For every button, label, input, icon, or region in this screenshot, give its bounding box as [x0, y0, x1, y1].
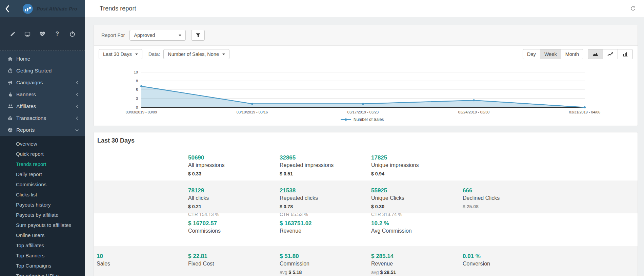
- sidebar-item-label: Payouts by affiliate: [16, 212, 59, 218]
- site-preview-button[interactable]: [24, 30, 31, 38]
- stat-label: Sales: [97, 261, 188, 267]
- week-button[interactable]: Week: [540, 49, 561, 59]
- sidebar-item-label: Reports: [16, 127, 75, 133]
- sidebar-item-quick-report[interactable]: Quick report: [0, 149, 85, 159]
- stat-revenue-per-sale: $ 285.14 Revenue avg $ 28.51: [371, 253, 463, 276]
- stat-money: $ 0.51: [280, 171, 371, 176]
- sidebar: Post Affiliate Pro Home Getting Started …: [0, 0, 85, 276]
- sidebar-item-commissions[interactable]: Commissions: [0, 179, 85, 189]
- stat-declined-clicks: 666 Declined Clicks $ 25.08: [463, 187, 554, 217]
- trends-report-page: { "brand": { "name": "Post Affiliate Pro…: [0, 0, 644, 276]
- sidebar-header: Post Affiliate Pro: [0, 0, 85, 17]
- sidebar-item-sum-payouts-to-affiliates[interactable]: Sum payouts to affiliates: [0, 220, 85, 230]
- revenue-row: $ 16702.57 Commissions $ 163751.02 Reven…: [94, 213, 638, 246]
- stat-value: 10.2 %: [371, 220, 463, 227]
- sidebar-item-campaigns[interactable]: Campaigns: [0, 77, 85, 88]
- svg-text:10: 10: [134, 70, 138, 74]
- trends-chart-svg: 10853003/03/2019 - 03/0903/10/2019 - 03/…: [113, 68, 621, 124]
- sidebar-item-label: Online users: [16, 232, 44, 238]
- caret-down-icon: [135, 54, 138, 55]
- report-filter-bar: Report For Approved: [94, 25, 638, 46]
- sidebar-item-banners[interactable]: Banners: [0, 88, 85, 100]
- sidebar-item-top-banners[interactable]: Top Banners: [0, 250, 85, 260]
- sidebar-item-affiliates[interactable]: Affiliates: [0, 100, 85, 112]
- logout-button[interactable]: [68, 30, 76, 38]
- svg-text:0: 0: [136, 105, 138, 109]
- stat-ctr: CTR 65.53 %: [280, 212, 371, 217]
- stopwatch-icon: [7, 68, 13, 73]
- chevron-down-icon: [75, 128, 79, 132]
- stat-label: Avg Commission: [371, 228, 463, 234]
- area-chart-icon: [592, 52, 599, 57]
- top-header: Trends report: [85, 0, 644, 17]
- users-icon: [7, 104, 13, 109]
- sidebar-item-label: Daily report: [16, 171, 42, 177]
- stat-label: Revenue: [280, 228, 371, 234]
- data-series-select[interactable]: Number of Sales, None: [163, 49, 229, 59]
- day-button[interactable]: Day: [523, 49, 540, 59]
- sidebar-item-label: Home: [16, 56, 79, 62]
- stat-label: Repeated clicks: [280, 195, 371, 201]
- sidebar-item-transactions[interactable]: Transactions: [0, 112, 85, 124]
- sidebar-item-label: Top Banners: [16, 253, 44, 258]
- report-for-value: Approved: [134, 33, 155, 38]
- sidebar-item-trends-report[interactable]: Trends report: [0, 159, 85, 169]
- sidebar-item-home[interactable]: Home: [0, 53, 85, 65]
- sidebar-item-clicks-list[interactable]: Clicks list: [0, 189, 85, 199]
- sidebar-item-online-users[interactable]: Online users: [0, 230, 85, 240]
- report-for-select[interactable]: Approved: [129, 30, 186, 41]
- chevron-left-icon: [75, 81, 79, 85]
- area-chart-button[interactable]: [588, 49, 603, 59]
- stat-ctr: CTR 154.13 %: [188, 212, 280, 217]
- date-range-value: Last 30 Days: [103, 51, 132, 57]
- svg-text:03/10/2019 - 03/16: 03/10/2019 - 03/16: [237, 110, 268, 114]
- help-button[interactable]: [54, 30, 61, 38]
- sidebar-item-top-campaigns[interactable]: Top Campaigns: [0, 260, 85, 271]
- sidebar-item-label: Banners: [16, 91, 75, 98]
- brand-name: Post Affiliate Pro: [37, 6, 77, 12]
- sidebar-item-payouts-by-affiliate[interactable]: Payouts by affiliate: [0, 210, 85, 220]
- page-title: Trends report: [100, 5, 629, 12]
- data-series-value: Number of Sales, None: [168, 51, 219, 57]
- bar-chart-button[interactable]: [618, 49, 633, 59]
- month-button[interactable]: Month: [561, 49, 583, 59]
- sidebar-item-label: Top Campaigns: [16, 263, 51, 269]
- sidebar-item-top-affiliates[interactable]: Top affiliates: [0, 240, 85, 250]
- health-status-button[interactable]: [39, 30, 46, 38]
- stat-value: 78129: [188, 187, 280, 194]
- collapse-sidebar-button[interactable]: [5, 5, 15, 13]
- sidebar-item-label: Sum payouts to affiliates: [16, 222, 71, 228]
- svg-text:5: 5: [136, 88, 138, 92]
- avg-value: $ 28.51: [380, 270, 396, 275]
- chevron-left-icon: [75, 104, 79, 108]
- sidebar-item-label: Commissions: [16, 182, 46, 187]
- refresh-icon: [630, 6, 636, 12]
- sidebar-item-reports[interactable]: Reports: [0, 124, 85, 136]
- stats-summary-card: Last 30 Days 50690 All impressions $ 0.3…: [94, 132, 638, 276]
- edit-button[interactable]: [9, 30, 16, 38]
- caret-down-icon: [222, 54, 225, 55]
- date-range-select[interactable]: Last 30 Days: [99, 49, 142, 59]
- sidebar-item-daily-report[interactable]: Daily report: [0, 169, 85, 179]
- megaphone-icon: [7, 80, 13, 85]
- stat-conversion: 0.01 % Conversion: [463, 253, 554, 276]
- svg-text:03/24/2019 - 03/30: 03/24/2019 - 03/30: [458, 110, 489, 114]
- chart-area: 10853003/03/2019 - 03/0903/10/2019 - 03/…: [94, 63, 638, 126]
- stat-repeated-impressions: 32865 Repeated impressions $ 0.51: [280, 154, 371, 181]
- impressions-row: 50690 All impressions $ 0.33 32865 Repea…: [94, 148, 638, 181]
- chevron-left-icon: [75, 116, 79, 120]
- svg-text:03/03/2019 - 03/09: 03/03/2019 - 03/09: [126, 110, 157, 114]
- sidebar-item-getting-started[interactable]: Getting Started: [0, 65, 85, 77]
- caret-down-icon: [179, 35, 181, 36]
- avg-value: $ 5.18: [288, 270, 302, 275]
- refresh-button[interactable]: [629, 5, 637, 12]
- app-logo-icon: [22, 3, 33, 14]
- sidebar-item-top-referring-urls[interactable]: Top referring URLs: [0, 271, 85, 276]
- monitor-icon: [24, 31, 31, 37]
- stat-money: $ 25.08: [463, 204, 554, 209]
- svg-text:3: 3: [136, 97, 138, 101]
- filter-button[interactable]: [191, 30, 205, 41]
- sidebar-item-overview[interactable]: Overview: [0, 139, 85, 149]
- sidebar-item-payouts-history[interactable]: Payouts history: [0, 199, 85, 210]
- line-chart-button[interactable]: [603, 49, 618, 59]
